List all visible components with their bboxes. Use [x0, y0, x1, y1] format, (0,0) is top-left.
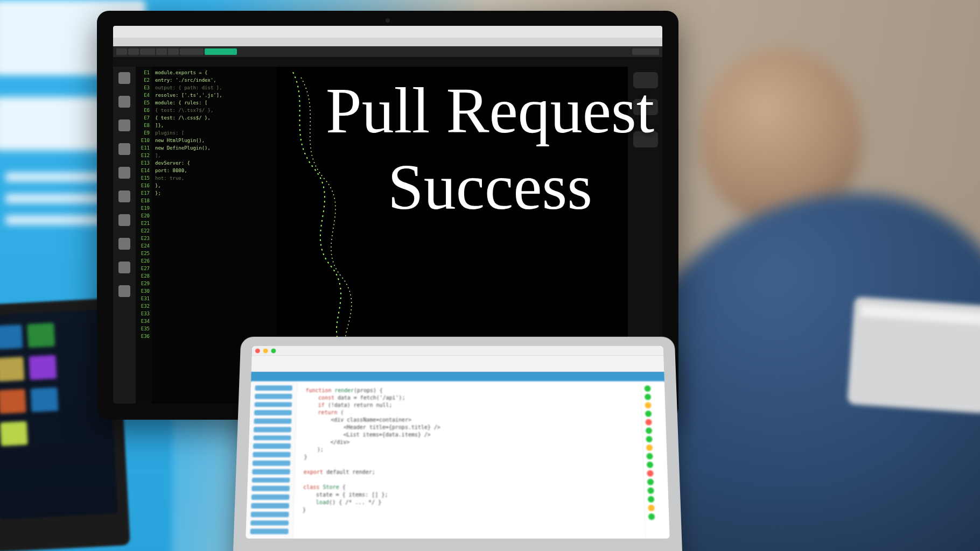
code-line: { test: /\.css$/ },	[155, 114, 274, 122]
sidebar-item[interactable]	[252, 469, 290, 475]
scm-icon[interactable]	[118, 119, 130, 131]
code-line: return (	[305, 408, 633, 416]
code-sparkle-decoration	[271, 72, 411, 352]
code-line	[155, 295, 274, 302]
bg-tile	[29, 355, 57, 380]
code-line: new DefinePlugin(),	[155, 144, 274, 152]
code-line	[155, 325, 274, 333]
sidebar-item[interactable]	[250, 520, 289, 526]
sidebar-item[interactable]	[254, 427, 291, 432]
code-line	[155, 272, 274, 280]
ide-line-gutter: E1E2E3E4E5E6E7E8E9E10E11E12E13E14E15E16E…	[136, 67, 152, 404]
code-line: };	[155, 189, 274, 197]
code-line	[155, 287, 274, 295]
code-line: <Header title={props.title} />	[305, 423, 633, 431]
sidebar-item[interactable]	[251, 512, 289, 517]
code-line: load() { /* ... */ }	[303, 498, 635, 506]
line-number: E17	[136, 189, 152, 197]
docker-icon[interactable]	[118, 238, 130, 250]
status-dot	[645, 411, 652, 417]
line-number: E25	[136, 250, 152, 257]
toolbar-button[interactable]	[180, 48, 204, 55]
terminal-icon[interactable]	[118, 214, 130, 226]
bg-tile	[30, 387, 58, 413]
sidebar-item[interactable]	[253, 444, 291, 449]
line-number: E8	[136, 122, 152, 129]
code-line	[155, 302, 274, 310]
code-line: plugins: [	[155, 129, 274, 137]
code-line: state = { items: [] };	[303, 491, 635, 498]
sidebar-item[interactable]	[254, 419, 291, 424]
line-number: E14	[136, 167, 152, 174]
sidebar-item[interactable]	[255, 394, 292, 399]
toolbar-button[interactable]	[156, 48, 167, 55]
code-line	[155, 310, 274, 317]
line-number: E12	[136, 152, 152, 159]
line-number: E35	[136, 325, 152, 333]
panel-widget[interactable]	[633, 72, 658, 88]
settings-icon[interactable]	[118, 262, 130, 273]
webpage-code[interactable]: function render(props) { const data = fe…	[293, 382, 645, 539]
sidebar-item[interactable]	[251, 503, 289, 508]
toolbar-button[interactable]	[128, 48, 139, 55]
toolbar-button[interactable]	[168, 48, 179, 55]
code-line: },	[155, 182, 274, 189]
ide-titlebar	[113, 26, 662, 38]
sidebar-item[interactable]	[251, 495, 290, 500]
laptop-screen: function render(props) { const data = fe…	[246, 346, 670, 539]
code-line: }	[303, 506, 636, 513]
files-icon[interactable]	[118, 72, 130, 84]
traffic-light-close[interactable]	[255, 348, 260, 353]
code-line	[155, 227, 274, 235]
sidebar-item[interactable]	[253, 452, 290, 457]
line-number: E4	[136, 91, 152, 99]
code-line	[155, 235, 274, 242]
panel-widget[interactable]	[633, 131, 658, 147]
status-dot	[648, 496, 654, 503]
sidebar-item[interactable]	[255, 385, 292, 391]
code-line: export default render;	[304, 468, 635, 476]
code-line	[303, 476, 635, 483]
line-number: E7	[136, 114, 152, 122]
sidebar-item[interactable]	[251, 486, 290, 491]
sidebar-item[interactable]	[253, 461, 290, 466]
sidebar-item[interactable]	[254, 402, 292, 407]
line-number: E18	[136, 197, 152, 204]
line-number: E19	[136, 204, 152, 212]
status-dot	[647, 462, 653, 468]
panel-widget[interactable]	[633, 99, 658, 115]
ide-toolbar	[113, 46, 662, 57]
status-dot	[645, 385, 651, 392]
code-line	[155, 212, 274, 220]
line-number: E34	[136, 317, 152, 325]
account-icon[interactable]	[118, 285, 130, 297]
code-line: class Store {	[303, 483, 635, 491]
run-button[interactable]	[205, 48, 237, 55]
traffic-light-minimize[interactable]	[263, 348, 268, 353]
sidebar-item[interactable]	[254, 410, 292, 415]
status-dot	[647, 470, 653, 477]
sidebar-item[interactable]	[252, 477, 290, 483]
code-line: }	[304, 453, 634, 461]
code-line	[304, 461, 634, 468]
traffic-light-zoom[interactable]	[271, 348, 276, 353]
code-line: const data = fetch('/api');	[305, 394, 632, 401]
code-line: { test: /\.tsx?$/ },	[155, 107, 274, 114]
code-line	[155, 265, 274, 272]
extensions-icon[interactable]	[118, 167, 130, 179]
database-icon[interactable]	[118, 190, 130, 202]
toolbar-button[interactable]	[632, 48, 659, 55]
line-number: E27	[136, 265, 152, 272]
line-number: E24	[136, 242, 152, 250]
line-number: E6	[136, 107, 152, 114]
sidebar-item[interactable]	[253, 435, 291, 441]
line-number: E16	[136, 182, 152, 189]
debug-icon[interactable]	[118, 143, 130, 155]
toolbar-button[interactable]	[140, 48, 155, 55]
line-number: E33	[136, 310, 152, 317]
search-icon[interactable]	[118, 96, 130, 108]
sidebar-item[interactable]	[250, 529, 289, 534]
toolbar-button[interactable]	[116, 48, 127, 55]
code-line	[155, 280, 274, 287]
code-line: <div className=container>	[305, 416, 633, 423]
